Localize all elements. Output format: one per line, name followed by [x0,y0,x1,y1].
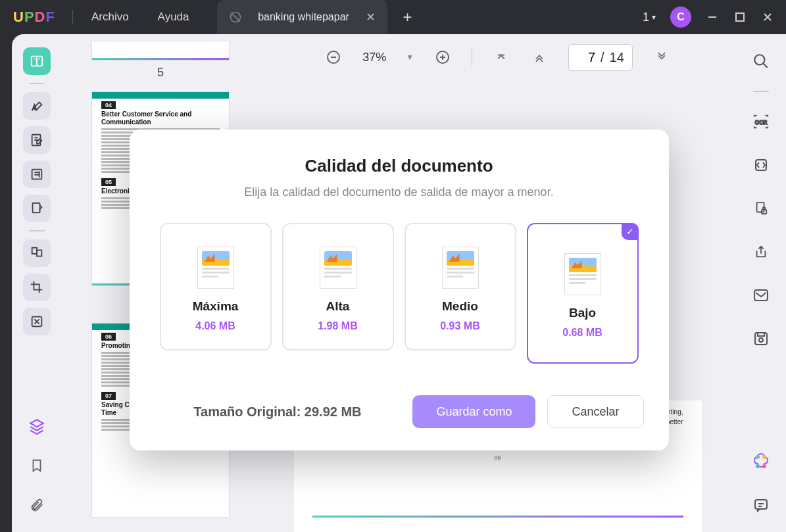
window-count[interactable]: 1▾ [643,11,656,24]
zoom-dropdown[interactable]: ▼ [406,53,414,62]
zoom-out-button[interactable] [324,48,343,66]
option-thumb-icon [442,247,479,289]
attachment-icon[interactable] [23,491,51,519]
option-size: 4.06 MB [195,320,235,332]
app-logo: UPDF [0,9,68,26]
prev-page-button[interactable] [530,48,549,66]
option-thumb-icon [320,247,356,289]
svg-rect-6 [33,203,40,213]
ocr-icon[interactable]: OCR [747,108,775,135]
option-name: Máxima [193,299,239,314]
option-name: Medio [442,299,478,314]
quality-option-bajo[interactable]: ✓ Bajo 0.68 MB [527,223,639,364]
svg-text:OCR: OCR [755,119,768,126]
left-toolbar [12,34,62,532]
modal-title: Calidad del documento [149,156,649,176]
form-tool-icon[interactable] [23,160,51,188]
chat-icon[interactable] [747,491,775,519]
option-size: 0.68 MB [562,327,602,339]
comment-tool-icon[interactable] [23,92,51,120]
menu-file[interactable]: Archivo [77,11,143,24]
svg-rect-2 [736,13,744,21]
tab-doc-icon [229,11,242,24]
svg-point-15 [754,55,764,64]
first-page-button[interactable] [492,48,510,66]
option-size: 1.98 MB [318,320,357,332]
svg-line-16 [763,63,768,68]
app-body: 5 04 Better Customer Service and Communi… [12,34,786,532]
convert-icon[interactable] [747,151,775,179]
modal-subtitle: Elija la calidad del documento de salida… [149,185,649,199]
page-input[interactable] [577,50,595,65]
svg-point-28 [756,464,760,468]
svg-rect-7 [32,248,37,254]
menu-help[interactable]: Ayuda [143,11,204,24]
document-tab[interactable]: banking whitepapar ✕ [217,0,387,34]
option-thumb-icon [197,247,234,289]
zoom-level: 37% [362,51,386,64]
next-page-button[interactable] [652,48,671,66]
protect-icon[interactable] [747,195,775,222]
crop-tool-icon[interactable] [23,274,51,301]
svg-point-26 [762,455,766,459]
separator [472,48,472,66]
original-size-label: Tamaño Original: 29.92 MB [155,404,401,420]
close-icon[interactable]: ✕ [366,10,376,24]
titlebar: UPDF Archivo Ayuda banking whitepapar ✕ … [0,0,786,34]
redact-tool-icon[interactable] [23,308,51,335]
edit-tool-icon[interactable] [23,126,51,154]
organize-tool-icon[interactable] [23,239,51,267]
email-icon[interactable] [747,281,775,309]
minimize-button[interactable] [706,11,719,24]
option-size: 0.93 MB [440,320,479,332]
svg-rect-8 [37,250,41,256]
view-toolbar: 37% ▼ / 14 [259,34,736,80]
layers-icon[interactable] [23,412,51,440]
divider [72,10,73,24]
option-name: Alta [326,299,350,314]
quality-option-alta[interactable]: ✓ Alta 1.98 MB [282,223,394,351]
svg-point-23 [759,338,763,342]
ai-icon[interactable] [747,448,775,475]
check-icon: ✓ [622,223,639,240]
new-tab-button[interactable]: + [387,8,428,26]
svg-point-25 [756,455,760,459]
page-indicator[interactable]: / 14 [568,44,633,71]
right-toolbar: OCR [736,34,786,532]
option-thumb-icon [564,253,601,295]
reader-tool-icon[interactable] [23,47,51,75]
save-as-button[interactable]: Guardar como [412,395,535,428]
quality-option-máxima[interactable]: ✓ Máxima 4.06 MB [160,223,272,351]
separator [29,230,45,231]
share-icon[interactable] [747,238,775,266]
page-tool-icon[interactable] [23,195,51,222]
svg-rect-21 [754,290,768,301]
thumb-page-5[interactable]: 5 [91,41,230,80]
quality-options: ✓ Máxima 4.06 MB ✓ Alta 1.98 MB ✓ Medio … [149,223,649,364]
separator [753,91,769,92]
svg-rect-24 [758,333,764,336]
page-total: 14 [610,50,624,65]
svg-point-27 [762,464,766,468]
cancel-button[interactable]: Cancelar [547,395,643,428]
quality-option-medio[interactable]: ✓ Medio 0.93 MB [405,223,516,351]
avatar[interactable]: C [670,7,691,28]
close-window-button[interactable] [761,11,774,24]
separator [29,83,45,84]
save-icon[interactable] [747,325,775,352]
tab-title: banking whitepapar [251,11,356,23]
option-name: Bajo [569,306,596,320]
quality-modal: Calidad del documento Elija la calidad d… [130,130,669,450]
search-icon[interactable] [747,47,775,75]
maximize-button[interactable] [733,11,747,24]
bookmark-icon[interactable] [23,452,51,479]
zoom-in-button[interactable] [433,48,452,66]
